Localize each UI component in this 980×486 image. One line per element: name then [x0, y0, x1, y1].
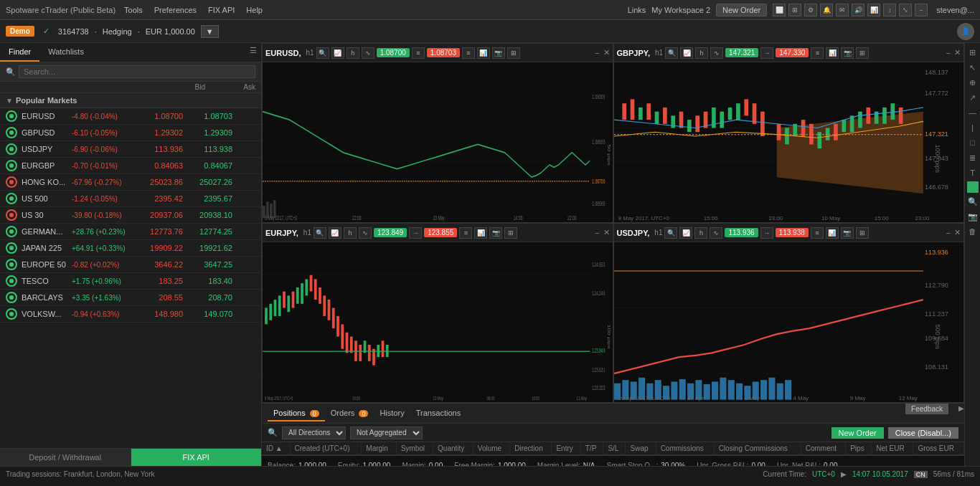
- menu-preferences[interactable]: Preferences: [154, 6, 197, 14]
- eurjpy-arrow-icon[interactable]: →: [409, 227, 422, 239]
- market-item-usdjpy[interactable]: USDJPY-6.90 (-0.06%)113.936113.938: [0, 141, 261, 158]
- zoom-icon[interactable]: 🔍: [966, 195, 979, 208]
- gbpjpy-h-icon[interactable]: h: [695, 47, 708, 59]
- gbpjpy-settings-icon[interactable]: ≡: [811, 47, 824, 59]
- tab-transactions[interactable]: Transactions: [410, 406, 467, 421]
- gbpjpy-close-icon[interactable]: ✕: [954, 48, 961, 57]
- sidebar-options-icon[interactable]: ☰: [245, 43, 261, 62]
- menu-tools[interactable]: Tools: [124, 6, 143, 14]
- gbpjpy-arrow-icon[interactable]: →: [760, 47, 773, 59]
- chart-settings-icon[interactable]: ≡: [412, 47, 425, 59]
- gbpjpy-table-icon[interactable]: ⊞: [856, 47, 869, 59]
- market-item-eurusd[interactable]: EURUSD-4.80 (-0.04%)1.087001.08703: [0, 108, 261, 125]
- tab-finder[interactable]: Finder: [0, 43, 39, 62]
- chart-chart-icon[interactable]: 📊: [477, 47, 490, 59]
- eurjpy-indicator-icon[interactable]: 📈: [329, 227, 341, 239]
- col-pips[interactable]: Pips: [846, 442, 872, 455]
- search-input[interactable]: [19, 65, 255, 78]
- direction-filter-select[interactable]: All Directions: [282, 427, 346, 439]
- vertical-line-icon[interactable]: |: [966, 121, 979, 134]
- chart-table-icon[interactable]: ⊞: [507, 47, 520, 59]
- fix-api-button[interactable]: FIX API: [131, 449, 262, 466]
- usdjpy-h-icon[interactable]: h: [694, 227, 707, 239]
- usdjpy-sell-pill[interactable]: 113.938: [776, 228, 809, 237]
- topbar-new-order-button[interactable]: New Order: [716, 4, 767, 16]
- eurjpy-line-icon[interactable]: ∿: [359, 227, 372, 239]
- usdjpy-search-icon[interactable]: 🔍: [664, 227, 677, 239]
- market-item-german[interactable]: GERMAN...+28.76 (+0.23%)12773.7612774.25: [0, 224, 261, 240]
- chart-line-icon[interactable]: ∿: [362, 47, 374, 59]
- col-commissions[interactable]: Commissions: [656, 442, 714, 455]
- sell-price-pill[interactable]: 1.08703: [427, 48, 460, 57]
- buy-price-pill[interactable]: 1.08700: [377, 48, 410, 57]
- col-sl[interactable]: S/L: [603, 442, 626, 455]
- gbpjpy-sell-pill[interactable]: 147.330: [776, 48, 809, 57]
- positions-new-order-button[interactable]: New Order: [831, 427, 884, 439]
- market-item-barclays[interactable]: BARCLAYS+3.35 (+1.63%)208.55208.70: [0, 290, 261, 306]
- expand-icon[interactable]: ⤡: [899, 4, 912, 16]
- horizontal-line-icon[interactable]: —: [966, 106, 979, 119]
- deposit-button[interactable]: Deposit / Withdrawal: [0, 449, 131, 466]
- account-dropdown-button[interactable]: ▼: [201, 25, 219, 38]
- mail-icon[interactable]: ✉: [836, 4, 849, 16]
- aggregation-filter-select[interactable]: Not Aggregated: [350, 427, 423, 439]
- market-item-gbpusd[interactable]: GBPUSD-6.10 (-0.05%)1.293021.29309: [0, 125, 261, 141]
- usdjpy-table-icon[interactable]: ⊞: [856, 227, 869, 239]
- menu-fix-api[interactable]: FIX API: [208, 6, 235, 14]
- market-item-hong ko[interactable]: HONG KO...-67.96 (-0.27%)25023.8625027.2…: [0, 174, 261, 191]
- chart-camera-icon[interactable]: 📷: [492, 47, 505, 59]
- market-item-tesco[interactable]: TESCO+1.75 (+0.96%)183.25183.40: [0, 273, 261, 290]
- text-icon[interactable]: T: [966, 166, 979, 179]
- links-button[interactable]: Links: [628, 6, 646, 14]
- chart-close-icon[interactable]: ✕: [603, 48, 610, 57]
- chart-h-icon[interactable]: h: [347, 47, 359, 59]
- col-symbol[interactable]: Symbol: [396, 442, 433, 455]
- chart-minimize-icon[interactable]: −: [595, 49, 599, 57]
- cursor-icon[interactable]: ↖: [966, 61, 979, 74]
- usdjpy-camera-icon[interactable]: 📷: [841, 227, 854, 239]
- close-disabled-button[interactable]: Close (Disabl...): [888, 427, 958, 439]
- eurjpy-chart-icon[interactable]: 📊: [474, 227, 487, 239]
- gbpjpy-chart-icon[interactable]: 📊: [826, 47, 839, 59]
- market-item-us 500[interactable]: US 500-1.24 (-0.05%)2395.422395.67: [0, 191, 261, 207]
- chart-indicator-icon[interactable]: 📈: [331, 47, 344, 59]
- eurjpy-h-icon[interactable]: h: [344, 227, 357, 239]
- minimize-icon[interactable]: −: [915, 4, 928, 16]
- usdjpy-chart-icon[interactable]: 📊: [826, 227, 839, 239]
- popular-markets-header[interactable]: ▼ Popular Markets: [0, 93, 261, 108]
- col-margin[interactable]: Margin: [362, 442, 396, 455]
- arrow-icon[interactable]: ↕: [883, 4, 896, 16]
- col-net-eur[interactable]: Net EUR: [872, 442, 913, 455]
- col-volume[interactable]: Volume: [473, 442, 509, 455]
- tab-orders[interactable]: Orders 0: [325, 406, 374, 421]
- trendline-icon[interactable]: ↗: [966, 91, 979, 104]
- col-closing-commissions[interactable]: Closing Commissions: [714, 442, 801, 455]
- usdjpy-indicator-icon[interactable]: 📈: [679, 227, 692, 239]
- gbpjpy-minimize-icon[interactable]: −: [946, 49, 951, 57]
- market-item-japan 225[interactable]: JAPAN 225+64.91 (+0.33%)19909.2219921.62: [0, 240, 261, 257]
- usdjpy-line-icon[interactable]: ∿: [710, 227, 722, 239]
- crosshair-icon[interactable]: ⊕: [966, 76, 979, 89]
- usdjpy-settings-icon[interactable]: ≡: [811, 227, 824, 239]
- gbpjpy-search-icon[interactable]: 🔍: [665, 47, 678, 59]
- volume-icon[interactable]: 🔊: [852, 4, 864, 16]
- col-entry[interactable]: Entry: [552, 442, 580, 455]
- usdjpy-minimize-icon[interactable]: −: [946, 229, 951, 237]
- workspace-button[interactable]: My Workspace 2: [651, 6, 710, 14]
- col-comment[interactable]: Comment: [801, 442, 846, 455]
- chart-icon[interactable]: ⬜: [773, 4, 786, 16]
- usdjpy-arrow-icon[interactable]: →: [760, 227, 773, 239]
- eurjpy-settings-icon[interactable]: ≡: [459, 227, 472, 239]
- rectangle-icon[interactable]: □: [966, 136, 979, 149]
- gbpjpy-camera-icon[interactable]: 📷: [841, 47, 854, 59]
- feedback-button[interactable]: Feedback: [905, 404, 948, 414]
- tab-positions[interactable]: Positions 0: [268, 406, 325, 421]
- indicator-icon[interactable]: 📊: [867, 4, 880, 16]
- col-gross-eur[interactable]: Gross EUR: [913, 442, 964, 455]
- eurjpy-camera-icon[interactable]: 📷: [489, 227, 502, 239]
- gbpjpy-buy-pill[interactable]: 147.321: [725, 48, 758, 57]
- market-item-us 30[interactable]: US 30-39.80 (-0.18%)20937.0620938.10: [0, 207, 261, 224]
- col-direction[interactable]: Direction: [510, 442, 552, 455]
- col-id[interactable]: ID ▲: [262, 442, 290, 455]
- tab-watchlists[interactable]: Watchlists: [39, 43, 93, 62]
